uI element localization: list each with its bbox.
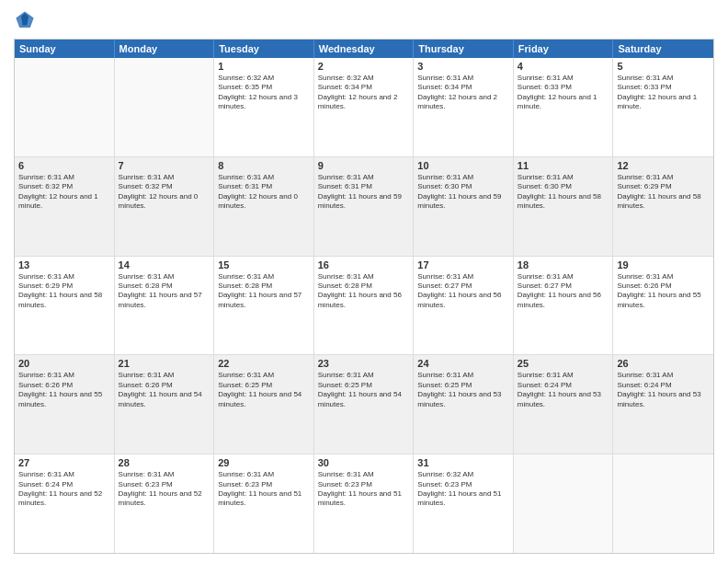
day-cell-12: 12Sunrise: 6:31 AM Sunset: 6:29 PM Dayli…	[613, 157, 713, 256]
day-number: 13	[18, 259, 110, 270]
day-cell-2: 2Sunrise: 6:32 AM Sunset: 6:34 PM Daylig…	[314, 58, 415, 156]
day-cell-25: 25Sunrise: 6:31 AM Sunset: 6:24 PM Dayli…	[514, 355, 614, 454]
day-number: 28	[119, 457, 210, 468]
day-info: Sunrise: 6:31 AM Sunset: 6:29 PM Dayligh…	[18, 272, 110, 311]
day-cell-22: 22Sunrise: 6:31 AM Sunset: 6:25 PM Dayli…	[214, 355, 314, 454]
day-info: Sunrise: 6:31 AM Sunset: 6:23 PM Dayligh…	[218, 470, 310, 509]
day-cell-13: 13Sunrise: 6:31 AM Sunset: 6:29 PM Dayli…	[15, 257, 115, 355]
calendar-body: 1Sunrise: 6:32 AM Sunset: 6:35 PM Daylig…	[15, 58, 713, 553]
day-number: 20	[18, 358, 110, 369]
day-number: 24	[417, 358, 509, 369]
day-cell-4: 4Sunrise: 6:31 AM Sunset: 6:33 PM Daylig…	[514, 58, 614, 156]
empty-cell	[15, 58, 115, 156]
day-info: Sunrise: 6:31 AM Sunset: 6:31 PM Dayligh…	[318, 173, 410, 212]
calendar-row-4: 27Sunrise: 6:31 AM Sunset: 6:24 PM Dayli…	[15, 454, 713, 553]
day-cell-24: 24Sunrise: 6:31 AM Sunset: 6:25 PM Dayli…	[414, 355, 514, 454]
weekday-header-tuesday: Tuesday	[214, 40, 314, 58]
day-number: 8	[218, 160, 310, 171]
day-number: 10	[417, 160, 509, 171]
day-number: 15	[218, 259, 310, 270]
weekday-header-friday: Friday	[514, 40, 614, 58]
calendar-row-3: 20Sunrise: 6:31 AM Sunset: 6:26 PM Dayli…	[15, 355, 713, 454]
day-cell-11: 11Sunrise: 6:31 AM Sunset: 6:30 PM Dayli…	[514, 157, 614, 256]
day-cell-17: 17Sunrise: 6:31 AM Sunset: 6:27 PM Dayli…	[414, 257, 514, 355]
day-number: 3	[417, 61, 509, 72]
day-number: 23	[318, 358, 410, 369]
empty-cell	[514, 454, 614, 553]
day-info: Sunrise: 6:31 AM Sunset: 6:32 PM Dayligh…	[18, 173, 110, 212]
day-cell-26: 26Sunrise: 6:31 AM Sunset: 6:24 PM Dayli…	[613, 355, 713, 454]
day-number: 19	[617, 259, 710, 270]
logo-icon	[14, 9, 36, 31]
day-number: 12	[617, 160, 710, 171]
day-number: 2	[318, 61, 410, 72]
day-info: Sunrise: 6:32 AM Sunset: 6:23 PM Dayligh…	[417, 470, 509, 509]
day-cell-19: 19Sunrise: 6:31 AM Sunset: 6:26 PM Dayli…	[613, 257, 713, 355]
day-cell-23: 23Sunrise: 6:31 AM Sunset: 6:25 PM Dayli…	[314, 355, 415, 454]
day-cell-3: 3Sunrise: 6:31 AM Sunset: 6:34 PM Daylig…	[414, 58, 514, 156]
day-info: Sunrise: 6:31 AM Sunset: 6:25 PM Dayligh…	[417, 371, 509, 409]
day-info: Sunrise: 6:31 AM Sunset: 6:31 PM Dayligh…	[218, 173, 310, 212]
day-info: Sunrise: 6:31 AM Sunset: 6:34 PM Dayligh…	[417, 74, 509, 112]
day-cell-10: 10Sunrise: 6:31 AM Sunset: 6:30 PM Dayli…	[414, 157, 514, 256]
day-cell-18: 18Sunrise: 6:31 AM Sunset: 6:27 PM Dayli…	[514, 257, 614, 355]
day-number: 5	[617, 61, 710, 72]
day-number: 1	[218, 61, 310, 72]
day-number: 14	[119, 259, 210, 270]
day-cell-6: 6Sunrise: 6:31 AM Sunset: 6:32 PM Daylig…	[15, 157, 115, 256]
day-cell-30: 30Sunrise: 6:31 AM Sunset: 6:23 PM Dayli…	[314, 454, 415, 553]
weekday-header-monday: Monday	[115, 40, 215, 58]
day-cell-16: 16Sunrise: 6:31 AM Sunset: 6:28 PM Dayli…	[314, 257, 415, 355]
day-cell-5: 5Sunrise: 6:31 AM Sunset: 6:33 PM Daylig…	[613, 58, 713, 156]
empty-cell	[613, 454, 713, 553]
day-info: Sunrise: 6:31 AM Sunset: 6:32 PM Dayligh…	[119, 173, 210, 212]
day-number: 21	[119, 358, 210, 369]
calendar-header: SundayMondayTuesdayWednesdayThursdayFrid…	[15, 40, 713, 58]
day-number: 27	[18, 457, 110, 468]
day-cell-20: 20Sunrise: 6:31 AM Sunset: 6:26 PM Dayli…	[15, 355, 115, 454]
page: SundayMondayTuesdayWednesdayThursdayFrid…	[0, 0, 728, 563]
day-info: Sunrise: 6:31 AM Sunset: 6:25 PM Dayligh…	[218, 371, 310, 409]
calendar: SundayMondayTuesdayWednesdayThursdayFrid…	[14, 39, 714, 554]
logo	[14, 9, 40, 31]
day-number: 16	[318, 259, 410, 270]
day-number: 9	[318, 160, 410, 171]
day-info: Sunrise: 6:32 AM Sunset: 6:34 PM Dayligh…	[318, 74, 410, 112]
day-info: Sunrise: 6:31 AM Sunset: 6:30 PM Dayligh…	[417, 173, 509, 212]
day-info: Sunrise: 6:31 AM Sunset: 6:24 PM Dayligh…	[18, 470, 110, 509]
day-number: 30	[318, 457, 410, 468]
weekday-header-thursday: Thursday	[414, 40, 514, 58]
day-number: 22	[218, 358, 310, 369]
day-info: Sunrise: 6:31 AM Sunset: 6:24 PM Dayligh…	[518, 371, 609, 409]
day-info: Sunrise: 6:31 AM Sunset: 6:26 PM Dayligh…	[119, 371, 210, 409]
day-number: 6	[18, 160, 110, 171]
day-cell-1: 1Sunrise: 6:32 AM Sunset: 6:35 PM Daylig…	[214, 58, 314, 156]
day-info: Sunrise: 6:32 AM Sunset: 6:35 PM Dayligh…	[218, 74, 310, 112]
day-info: Sunrise: 6:31 AM Sunset: 6:28 PM Dayligh…	[318, 272, 410, 311]
day-number: 25	[518, 358, 609, 369]
day-info: Sunrise: 6:31 AM Sunset: 6:29 PM Dayligh…	[617, 173, 710, 212]
day-cell-27: 27Sunrise: 6:31 AM Sunset: 6:24 PM Dayli…	[15, 454, 115, 553]
day-info: Sunrise: 6:31 AM Sunset: 6:28 PM Dayligh…	[218, 272, 310, 311]
calendar-row-0: 1Sunrise: 6:32 AM Sunset: 6:35 PM Daylig…	[15, 58, 713, 157]
day-info: Sunrise: 6:31 AM Sunset: 6:30 PM Dayligh…	[518, 173, 609, 212]
day-info: Sunrise: 6:31 AM Sunset: 6:23 PM Dayligh…	[318, 470, 410, 509]
day-number: 26	[617, 358, 710, 369]
day-info: Sunrise: 6:31 AM Sunset: 6:33 PM Dayligh…	[518, 74, 609, 112]
day-info: Sunrise: 6:31 AM Sunset: 6:33 PM Dayligh…	[617, 74, 710, 112]
day-cell-15: 15Sunrise: 6:31 AM Sunset: 6:28 PM Dayli…	[214, 257, 314, 355]
day-info: Sunrise: 6:31 AM Sunset: 6:23 PM Dayligh…	[119, 470, 210, 509]
day-cell-7: 7Sunrise: 6:31 AM Sunset: 6:32 PM Daylig…	[115, 157, 215, 256]
day-cell-31: 31Sunrise: 6:32 AM Sunset: 6:23 PM Dayli…	[414, 454, 514, 553]
day-cell-9: 9Sunrise: 6:31 AM Sunset: 6:31 PM Daylig…	[314, 157, 415, 256]
day-info: Sunrise: 6:31 AM Sunset: 6:28 PM Dayligh…	[119, 272, 210, 311]
calendar-row-1: 6Sunrise: 6:31 AM Sunset: 6:32 PM Daylig…	[15, 157, 713, 257]
header	[14, 9, 714, 31]
weekday-header-wednesday: Wednesday	[314, 40, 415, 58]
day-number: 17	[417, 259, 509, 270]
day-info: Sunrise: 6:31 AM Sunset: 6:26 PM Dayligh…	[617, 272, 710, 311]
day-cell-8: 8Sunrise: 6:31 AM Sunset: 6:31 PM Daylig…	[214, 157, 314, 256]
day-number: 11	[518, 160, 609, 171]
day-number: 18	[518, 259, 609, 270]
weekday-header-sunday: Sunday	[15, 40, 115, 58]
